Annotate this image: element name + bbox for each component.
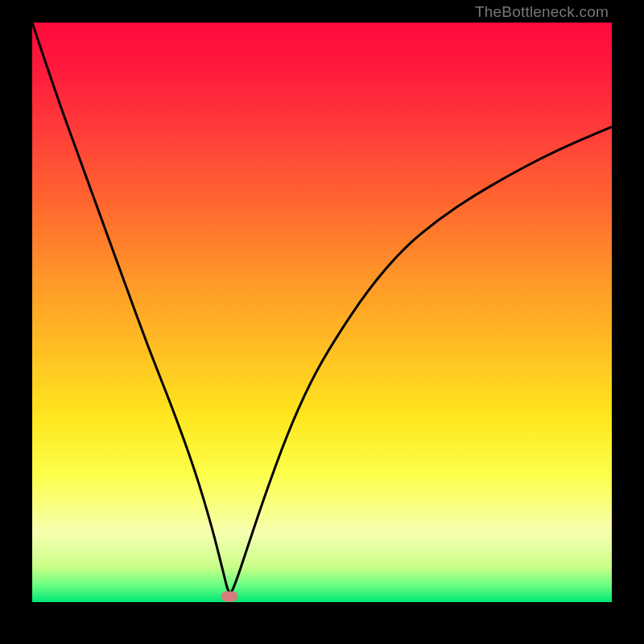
minimum-marker	[221, 591, 237, 601]
bottleneck-curve	[32, 23, 612, 592]
chart-frame: TheBottleneck.com	[0, 0, 644, 644]
curve-layer	[32, 23, 612, 602]
watermark-text: TheBottleneck.com	[475, 3, 609, 21]
